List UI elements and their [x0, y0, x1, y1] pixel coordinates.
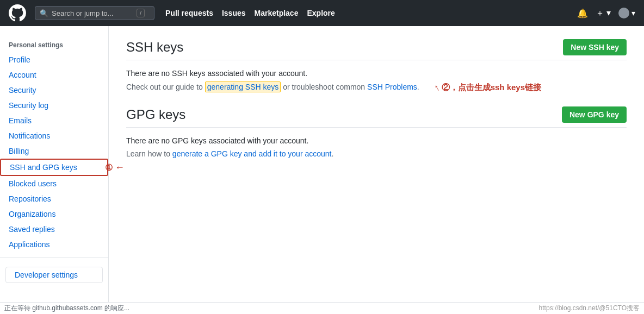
- ssh-guide-text: Check out our guide to generating SSH ke…: [126, 82, 627, 93]
- sidebar: Personal settings Profile Account Securi…: [0, 26, 109, 314]
- status-bar: 正在等待 github.githubassets.com 的响应... http…: [0, 302, 644, 314]
- new-gpg-key-button[interactable]: New GPG key: [562, 106, 627, 123]
- learn-text-before: Learn how to: [126, 149, 172, 158]
- issues-link[interactable]: Issues: [222, 9, 246, 17]
- marketplace-link[interactable]: Marketplace: [255, 9, 299, 17]
- guide-text-end: .: [417, 83, 419, 91]
- statusbar-left-text: 正在等待 github.githubassets.com 的响应...: [4, 304, 129, 313]
- user-avatar-menu[interactable]: ▾: [618, 8, 635, 18]
- slash-key-hint: /: [137, 9, 145, 17]
- search-icon: 🔍: [40, 9, 48, 17]
- annotation-label-2: ②，点击生成ssh keys链接: [442, 83, 541, 93]
- sidebar-item-applications[interactable]: Applications: [0, 237, 108, 252]
- generate-gpg-key-link[interactable]: generate a GPG key and add it to your ac…: [172, 149, 332, 158]
- nav-links: Pull requests Issues Marketplace Explore: [165, 9, 335, 17]
- page-layout: Personal settings Profile Account Securi…: [0, 26, 644, 314]
- guide-text-before: Check out our guide to: [126, 83, 205, 91]
- notifications-bell-icon[interactable]: 🔔: [577, 8, 588, 18]
- new-ssh-key-button[interactable]: New SSH key: [563, 39, 627, 55]
- gpg-no-keys-text: There are no GPG keys associated with yo…: [126, 136, 627, 145]
- topnav-right-area: 🔔 ＋ ▾ ▾: [577, 8, 635, 19]
- developer-settings-box: Developer settings: [5, 267, 103, 283]
- guide-text-after: or troubleshoot common: [281, 83, 367, 91]
- sidebar-item-security-log[interactable]: Security log: [0, 98, 108, 113]
- new-item-plus-icon[interactable]: ＋ ▾: [596, 8, 611, 19]
- sidebar-item-organizations[interactable]: Organizations: [0, 206, 108, 222]
- sidebar-item-emails[interactable]: Emails: [0, 113, 108, 128]
- generating-ssh-keys-link[interactable]: generating SSH keys: [205, 81, 281, 92]
- sidebar-item-saved-replies[interactable]: Saved replies: [0, 222, 108, 237]
- sidebar-item-billing[interactable]: Billing: [0, 143, 108, 159]
- ssh-section-header: SSH keys New SSH key: [126, 39, 627, 60]
- sidebar-item-notifications[interactable]: Notifications: [0, 128, 108, 143]
- sidebar-divider: [0, 258, 108, 258]
- ssh-no-keys-text: There are no SSH keys associated with yo…: [126, 69, 627, 78]
- ssh-annotation-inline: ↑ ②，点击生成ssh keys链接: [435, 82, 541, 93]
- sidebar-ssh-gpg-wrapper: SSH and GPG keys ① ←: [0, 159, 108, 176]
- search-bar[interactable]: 🔍 /: [35, 6, 154, 20]
- learn-text-end: .: [331, 149, 333, 158]
- top-navigation: 🔍 / Pull requests Issues Marketplace Exp…: [0, 0, 644, 26]
- avatar-caret-icon: ▾: [631, 9, 635, 17]
- pull-requests-link[interactable]: Pull requests: [165, 9, 213, 17]
- sidebar-item-repositories[interactable]: Repositories: [0, 191, 108, 206]
- sidebar-item-account[interactable]: Account: [0, 67, 108, 83]
- annotation-arrow-up-icon: ↑: [432, 81, 442, 94]
- avatar: [618, 8, 629, 18]
- search-input[interactable]: [52, 9, 133, 17]
- github-logo-icon[interactable]: [9, 4, 26, 22]
- gpg-section-title: GPG keys: [126, 107, 185, 122]
- developer-settings-link[interactable]: Developer settings: [6, 267, 102, 282]
- gpg-learn-text: Learn how to generate a GPG key and add …: [126, 149, 627, 158]
- gpg-section: GPG keys New GPG key There are no GPG ke…: [126, 106, 627, 158]
- sidebar-item-ssh-gpg[interactable]: SSH and GPG keys: [0, 159, 108, 176]
- main-content: SSH keys New SSH key There are no SSH ke…: [109, 26, 644, 314]
- sidebar-item-security[interactable]: Security: [0, 83, 108, 98]
- ssh-section-title: SSH keys: [126, 40, 183, 55]
- ssh-problems-link[interactable]: SSH Problems: [367, 83, 417, 91]
- statusbar-right-text: https://blog.csdn.net/@51CTO搜客: [539, 304, 640, 313]
- gpg-section-header: GPG keys New GPG key: [126, 106, 627, 128]
- sidebar-item-profile[interactable]: Profile: [0, 52, 108, 67]
- explore-link[interactable]: Explore: [307, 9, 335, 17]
- sidebar-item-blocked-users[interactable]: Blocked users: [0, 176, 108, 191]
- sidebar-section-title: Personal settings: [0, 37, 108, 52]
